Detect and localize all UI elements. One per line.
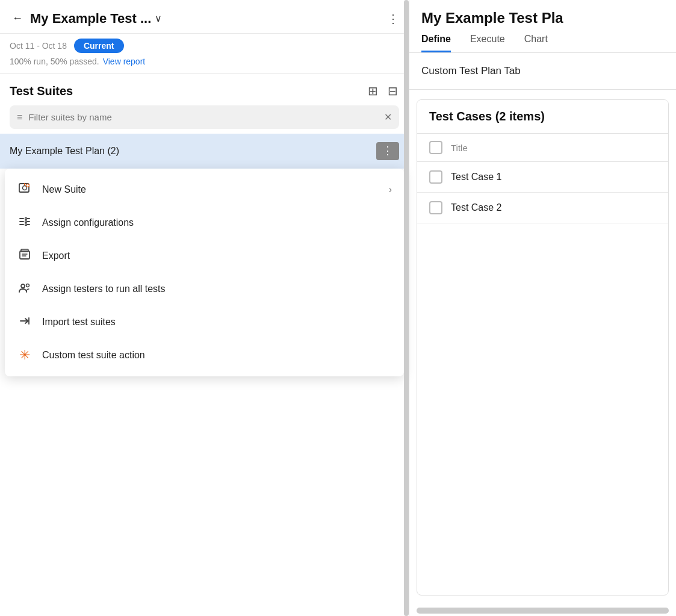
expand-all-button[interactable]: ⊞: [367, 82, 379, 99]
assign-configs-icon: [17, 215, 33, 231]
meta-bar: Oct 11 - Oct 18 Current 100% run, 50% pa…: [0, 34, 409, 74]
custom-tab-section: Custom Test Plan Tab: [409, 53, 676, 90]
tc1-name: Test Case 1: [451, 172, 501, 182]
title-area: My Example Test ... ∨: [30, 11, 382, 26]
menu-label-custom-action: Custom test suite action: [42, 350, 145, 361]
current-badge: Current: [74, 39, 124, 53]
tabs-row: Define Execute Chart: [421, 34, 664, 52]
table-row: Test Case 1: [417, 162, 668, 193]
menu-label-assign-configs: Assign configurations: [42, 217, 134, 228]
assign-testers-icon: [17, 281, 33, 297]
svg-point-12: [25, 223, 27, 225]
tab-execute[interactable]: Execute: [470, 34, 505, 52]
svg-rect-16: [20, 251, 29, 259]
test-cases-title: Test Cases (2 items): [429, 110, 545, 123]
date-range: Oct 11 - Oct 18: [10, 41, 67, 51]
svg-point-20: [21, 284, 25, 288]
back-button[interactable]: ←: [10, 10, 25, 27]
import-suites-icon: [17, 314, 33, 331]
select-all-checkbox[interactable]: [429, 141, 442, 154]
menu-item-export[interactable]: Export: [5, 240, 404, 273]
right-header: My Example Test Pla Define Execute Chart: [409, 0, 676, 53]
tc2-name: Test Case 2: [451, 202, 501, 213]
chevron-down-icon[interactable]: ∨: [155, 13, 162, 24]
view-report-link[interactable]: View report: [103, 57, 146, 66]
menu-label-import-suites: Import test suites: [42, 317, 116, 328]
menu-item-assign-configs[interactable]: Assign configurations: [5, 207, 404, 240]
test-cases-panel: Test Cases (2 items) Title Test Case 1 T…: [417, 99, 669, 596]
header-bar: ← My Example Test ... ∨ ⋮: [0, 0, 409, 34]
new-suite-icon: [17, 182, 33, 198]
menu-label-assign-testers: Assign testers to run all tests: [42, 284, 166, 294]
test-case-table: Title Test Case 1 Test Case 2: [417, 134, 668, 223]
svg-point-11: [25, 220, 27, 222]
filter-icon: ≡: [17, 112, 22, 123]
stats-text: 100% run, 50% passed.: [10, 57, 99, 66]
menu-label-export: Export: [42, 250, 70, 261]
date-current-row: Oct 11 - Oct 18 Current: [10, 39, 399, 53]
tab-define[interactable]: Define: [421, 34, 451, 52]
right-panel: My Example Test Pla Define Execute Chart…: [409, 0, 676, 616]
menu-item-assign-testers[interactable]: Assign testers to run all tests: [5, 273, 404, 306]
svg-point-10: [25, 217, 27, 219]
scrollbar[interactable]: [404, 0, 409, 616]
filter-input[interactable]: [28, 112, 378, 122]
stats-row: 100% run, 50% passed. View report: [10, 57, 399, 66]
tc-header-row: Title: [417, 134, 668, 162]
collapse-all-button[interactable]: ⊟: [386, 82, 399, 99]
menu-item-new-suite[interactable]: New Suite ›: [5, 173, 404, 207]
suite-label: My Example Test Plan (2): [10, 146, 376, 157]
menu-label-new-suite: New Suite: [42, 184, 86, 195]
svg-rect-17: [21, 249, 28, 252]
plan-title: My Example Test ...: [30, 11, 151, 26]
tc-col-title: Title: [451, 143, 468, 153]
suites-title: Test Suites: [10, 84, 359, 98]
suite-more-button[interactable]: ⋮: [376, 142, 399, 160]
custom-action-icon: ✳: [17, 347, 33, 363]
menu-item-custom-action[interactable]: ✳ Custom test suite action: [5, 339, 404, 372]
new-suite-arrow-icon: ›: [389, 184, 392, 195]
svg-point-21: [26, 284, 29, 287]
suite-item[interactable]: My Example Test Plan (2) ⋮: [0, 134, 409, 169]
left-panel: ← My Example Test ... ∨ ⋮ Oct 11 - Oct 1…: [0, 0, 409, 616]
header-more-icon[interactable]: ⋮: [387, 11, 399, 26]
tab-chart[interactable]: Chart: [524, 34, 548, 52]
test-cases-header: Test Cases (2 items): [417, 100, 668, 134]
clear-filter-icon[interactable]: ✕: [384, 111, 392, 123]
horizontal-scrollbar[interactable]: [417, 608, 669, 614]
tc2-checkbox[interactable]: [429, 201, 442, 214]
menu-item-import-suites[interactable]: Import test suites: [5, 306, 404, 339]
right-title: My Example Test Pla: [421, 10, 664, 26]
custom-tab-label: Custom Test Plan Tab: [421, 65, 521, 76]
filter-bar: ≡ ✕: [10, 105, 399, 129]
tc1-checkbox[interactable]: [429, 170, 442, 184]
suites-header: Test Suites ⊞ ⊟: [0, 74, 409, 105]
context-menu: New Suite › Assign configurations: [5, 169, 404, 376]
table-row: Test Case 2: [417, 193, 668, 223]
export-icon: [17, 248, 33, 264]
